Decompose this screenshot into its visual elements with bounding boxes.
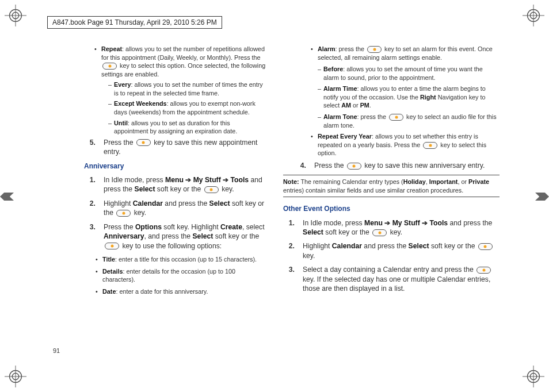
every-text: : allows you to set the number of times … [114,81,263,97]
anniv-step-1: 1. In Idle mode, press Menu ➔ My Stuff ➔… [84,175,266,194]
crop-mark-tl [5,5,26,26]
crop-mark-tr [523,5,544,26]
crop-mark-left [0,193,14,201]
alarm-time-item: – Alarm Time: allows you to enter a time… [318,84,500,110]
anniv-step-3: 3. Press the Options soft key. Highlight… [84,222,266,251]
crop-mark-br [523,366,544,387]
ok-key-icon [105,243,119,249]
step4-num: 4. [295,161,314,170]
other-step-1: 1. In Idle mode, press Menu ➔ My Stuff ➔… [283,218,500,237]
anniversary-heading: Anniversary [84,162,266,171]
alarm-item: • Alarm: press the key to set an alarm f… [311,45,500,62]
step-4: 4. Press the key to save this new annive… [295,161,500,170]
anniv-step-2: 2. Highlight Calendar and press the Sele… [84,199,266,218]
title-item: • Title: enter a title for this occasion… [96,255,266,264]
repeat-label: Repeat [101,45,122,52]
page-number: 91 [53,347,60,354]
repeat-item: • Repeat: allows you to set the number o… [49,45,266,78]
every-item: – Every: allows you to set the number of… [56,80,266,97]
every-label: Every [114,81,131,88]
until-label: Until [114,120,128,126]
a2-num: 2. [84,199,104,218]
until-item: – Until: allows you to set as duration f… [56,119,266,136]
alarm-tone-item: – Alarm Tone: press the key to select an… [318,113,500,129]
ok-key-icon [389,114,403,121]
note-box: Note: The remaining Calendar entry types… [283,175,500,197]
ok-key-icon [102,63,117,70]
details-item: • Details: enter details for the occasio… [96,267,266,284]
ok-key-icon [204,186,219,193]
page-content: • Repeat: allows you to set the number o… [49,45,500,366]
ok-key-icon [478,243,493,250]
until-text: : allows you to set as duration for this… [114,120,237,135]
ok-key-icon [367,46,382,53]
before-item: – Before: allows you to set the amount o… [318,65,500,82]
page-header: A847.book Page 91 Thursday, April 29, 20… [47,16,222,29]
step5-num: 5. [84,138,104,157]
step-5: 5. Press the key to save this new appoin… [73,138,266,157]
exceptw-label: Except Weekends [114,100,167,107]
ok-key-icon [372,229,387,236]
date-item: • Date: enter a date for this anniversar… [96,287,266,296]
other-step-2: 2. Highlight Calendar and press the Sele… [283,241,500,260]
left-column: • Repeat: allows you to set the number o… [49,45,266,366]
repeat-every-year-item: • Repeat Every Year: allows you to set w… [311,132,500,157]
a3-num: 3. [84,222,104,251]
step5-pre: Press the [104,139,135,147]
ok-key-icon [347,163,361,170]
ok-key-icon [476,267,491,274]
crop-mark-right [535,193,549,201]
crop-mark-bl [5,366,26,387]
except-weekends-item: – Except Weekends: allows you to exempt … [56,99,266,116]
other-step-3: 3. Select a day containing a Calendar en… [283,265,500,293]
ok-key-icon [116,210,131,217]
repeat-text2: key to select this option. Once selected… [101,62,265,78]
right-column: • Alarm: press the key to set an alarm f… [283,45,500,366]
repeat-text1: : allows you to set the number of repeti… [101,45,265,61]
a1-num: 1. [84,175,104,194]
ok-key-icon [136,139,151,146]
other-event-heading: Other Event Options [283,204,500,213]
ok-key-icon [423,142,437,149]
